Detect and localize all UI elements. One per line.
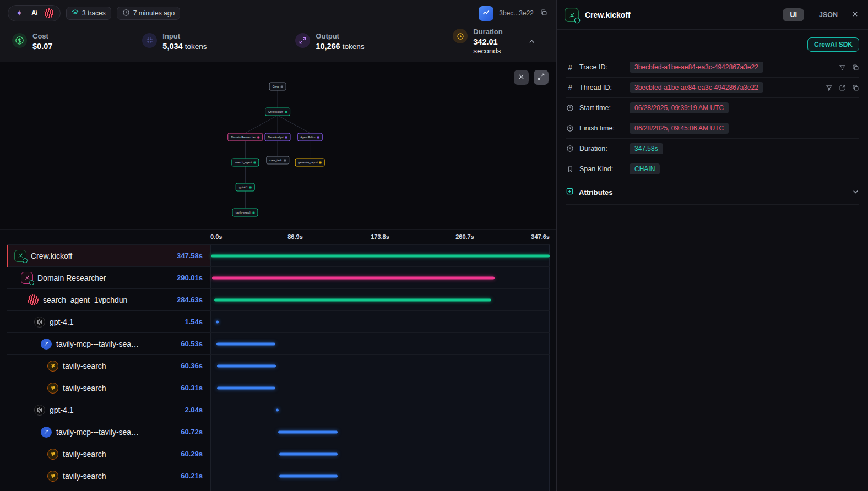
axis-left-spacer (7, 230, 210, 244)
tavily-search-icon (47, 471, 58, 482)
attributes-label: Attributes (579, 188, 612, 197)
graph-node[interactable]: search_agent (232, 159, 259, 167)
graph-expand-button[interactable] (534, 70, 549, 85)
span-name: tavily-mcp---tavily-sea… (56, 428, 139, 437)
filter-icon[interactable] (826, 84, 833, 91)
timeline-row[interactable]: gpt-4.11.36s (7, 487, 550, 491)
span-name-cell: search_agent_1vpchdun (7, 289, 172, 310)
span-name: gpt-4.1 (50, 406, 74, 414)
span-track (210, 399, 550, 421)
clock-icon (566, 104, 574, 112)
details-close-button[interactable] (851, 9, 859, 20)
tab-ui[interactable]: UI (783, 8, 804, 21)
graph-controls (514, 70, 549, 85)
openai-icon (34, 317, 45, 328)
graph-node-label: search_agent (235, 161, 252, 164)
span-name-cell: tavily-search (7, 465, 172, 487)
crewai-icon (14, 250, 26, 262)
timeline-row[interactable]: tavily-mcp---tavily-sea…60.53s (7, 333, 550, 355)
attributes-section-header[interactable]: Attributes (566, 181, 859, 205)
axis-label: 0.0s (210, 233, 222, 240)
timeline-row[interactable]: gpt-4.11.54s (7, 311, 550, 333)
span-name: tavily-search (63, 472, 106, 481)
stat-input: Input5,034 tokens (142, 32, 295, 51)
stat-output: Output10,266 tokens (295, 32, 453, 51)
span-name-cell: gpt-4.1 (7, 311, 172, 332)
trace-toolbar: ✦ A\ 3 traces 7 minutes ago 3bec...3e22 (8, 4, 549, 22)
graph-node[interactable]: Data Analyst (264, 133, 290, 141)
graph-expand-icon (538, 73, 545, 82)
timeline-row[interactable]: tavily-search60.31s (7, 377, 550, 399)
timeline-rows: Crew.kickoff347.58sDomain Researcher290.… (7, 244, 550, 491)
app-root: ✦ A\ 3 traces 7 minutes ago 3bec...3e22 (0, 0, 868, 491)
details-span-icon (566, 9, 579, 21)
span-bar (214, 298, 492, 301)
stat-value: $0.07 (32, 42, 52, 51)
openai-icon (34, 405, 45, 416)
timeline-row[interactable]: tavily-search60.29s (7, 443, 550, 465)
external-icon[interactable] (839, 84, 846, 91)
span-duration: 290.01s (172, 267, 210, 288)
field-value: 3becbfed-a1be-ae84-ea3c-4942867a3e22 (630, 82, 763, 93)
trace-id-short: 3bec...3e22 (499, 9, 534, 17)
researcher-agent-icon (21, 272, 33, 284)
timeline-row[interactable]: Domain Researcher290.01s (7, 267, 550, 289)
graph-node[interactable]: Crew (269, 83, 286, 91)
field-value: 3becbfed-a1be-ae84-ea3c-4942867a3e22 (630, 62, 763, 73)
span-duration: 347.58s (172, 245, 210, 266)
graph-close-button[interactable] (514, 70, 529, 85)
graph-node[interactable]: gpt-4.1 (236, 183, 255, 192)
stat-value: 10,266 tokens (316, 42, 364, 51)
input-tokens-icon (142, 33, 157, 48)
chart-button[interactable] (479, 6, 493, 21)
trace-header: ✦ A\ 3 traces 7 minutes ago 3bec...3e22 (0, 0, 556, 62)
axis-label: 347.6s (531, 233, 550, 240)
timeline-row[interactable]: search_agent_1vpchdun284.63s (7, 289, 550, 311)
span-name: Domain Researcher (37, 274, 106, 282)
span-name: search_agent_1vpchdun (43, 296, 127, 304)
timeline-row[interactable]: tavily-search60.21s (7, 465, 550, 487)
field-actions (826, 84, 859, 91)
graph-node-label: Domain Researcher (231, 136, 256, 139)
graph-node[interactable]: crew_task (266, 156, 289, 165)
timeline-row[interactable]: tavily-search60.36s (7, 355, 550, 377)
timeline-row[interactable]: Crew.kickoff347.58s (7, 245, 550, 267)
detail-field: Duration:347.58s (566, 139, 859, 159)
anthropic-icon: A\ (29, 8, 39, 18)
trace-copy-button[interactable] (539, 8, 549, 19)
graph-node-label: Crew.kickoff (268, 111, 283, 113)
detail-field: #Trace ID:3becbfed-a1be-ae84-ea3c-494286… (566, 57, 859, 78)
graph-close-icon (518, 73, 524, 81)
stat-label: Duration (473, 28, 527, 36)
span-name: gpt-4.1 (50, 318, 74, 326)
graph-node[interactable]: Crew.kickoff (265, 108, 290, 116)
timeline-row[interactable]: gpt-4.12.04s (7, 399, 550, 421)
tab-json[interactable]: JSON (812, 8, 845, 21)
stats-panel: Cost$0.07Input5,034 tokensOutput10,266 t… (8, 22, 549, 56)
time-ago-badge[interactable]: 7 minutes ago (117, 7, 180, 20)
timeline-row[interactable]: tavily-mcp---tavily-sea…60.72s (7, 421, 550, 443)
axis-label: 86.9s (287, 233, 303, 240)
graph-node[interactable]: Agent Editor (297, 133, 323, 141)
span-name: tavily-search (63, 362, 106, 370)
graph-node-label: gpt-4.1 (239, 186, 248, 189)
graph-node[interactable]: Domain Researcher (228, 133, 263, 141)
graph-node[interactable]: generate_report (295, 159, 325, 167)
detail-fields: #Trace ID:3becbfed-a1be-ae84-ea3c-494286… (557, 57, 868, 179)
stats-collapse-chevron[interactable] (527, 37, 536, 46)
layers-icon (72, 9, 79, 18)
span-duration: 1.54s (172, 311, 210, 332)
span-track (210, 487, 550, 491)
span-track (210, 267, 550, 288)
axis-label: 173.8s (371, 233, 389, 240)
clock-icon (566, 145, 574, 152)
traces-count-badge[interactable]: 3 traces (66, 7, 111, 20)
field-value: 06/28/2025, 09:45:06 AM UTC (630, 123, 729, 134)
span-name-cell: Crew.kickoff (7, 245, 172, 266)
copy-icon[interactable] (852, 84, 859, 91)
copy-icon[interactable] (852, 64, 859, 71)
filter-icon[interactable] (839, 64, 846, 71)
graph-node[interactable]: tavily-search (232, 209, 258, 217)
stat-cost: Cost$0.07 (12, 32, 142, 51)
stat-duration: Duration342.01 seconds (453, 28, 527, 55)
